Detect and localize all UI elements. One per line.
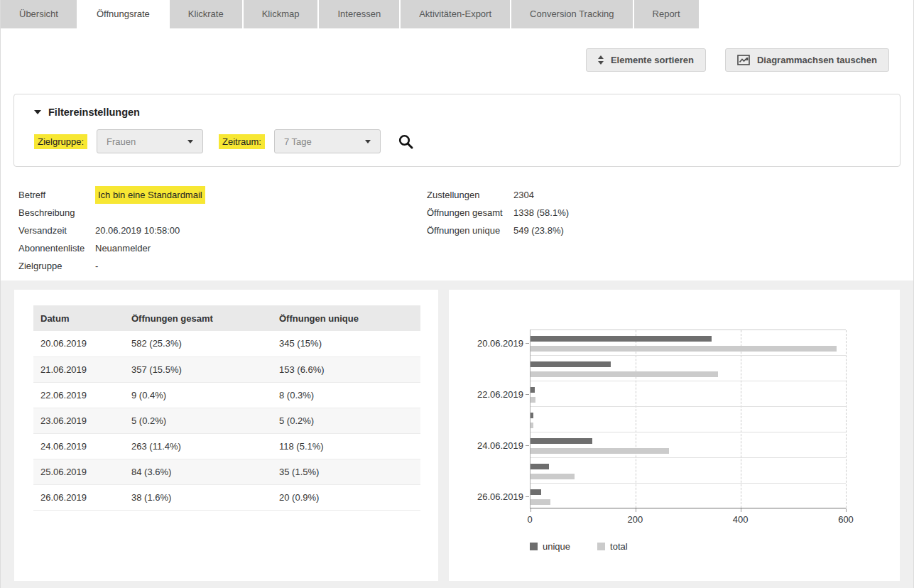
detail-label: Abonnentenliste bbox=[18, 239, 95, 257]
swap-chart-axes-label: Diagrammachsen tauschen bbox=[757, 55, 877, 65]
bar-unique bbox=[531, 387, 535, 393]
bar-unique bbox=[531, 361, 611, 367]
table-cell: 26.06.2019 bbox=[33, 484, 124, 510]
chart-category-row bbox=[531, 458, 846, 484]
bar-unique bbox=[531, 336, 712, 342]
bar-total bbox=[531, 423, 533, 428]
detail-label: Beschreibung bbox=[18, 204, 95, 222]
table-row: 24.06.2019263 (11.4%)118 (5.1%) bbox=[33, 433, 420, 459]
mailing-details-right: Zustellungen2304Öffnungen gesamt1338 (58… bbox=[427, 186, 835, 275]
chevron-down-icon bbox=[365, 140, 371, 143]
tab-klickmap[interactable]: Klickmap bbox=[244, 0, 318, 28]
table-cell: 8 (0.3%) bbox=[272, 382, 420, 408]
table-cell: 24.06.2019 bbox=[33, 433, 124, 459]
x-tick-label: 600 bbox=[838, 514, 854, 525]
open-rate-table: DatumÖffnungen gesamtÖffnungen unique 20… bbox=[33, 305, 420, 511]
table-row: 26.06.201938 (1.6%)20 (0.9%) bbox=[33, 484, 420, 510]
chart-category-row: 22.06.2019 bbox=[531, 381, 846, 407]
sort-elements-button[interactable]: Elemente sortieren bbox=[586, 48, 706, 72]
tab--bersicht[interactable]: Übersicht bbox=[1, 0, 77, 28]
zeitraum-selected-value: 7 Tage bbox=[284, 136, 312, 147]
chart-gridline bbox=[846, 330, 847, 508]
tab-aktivit-ten-export[interactable]: Aktivitäten-Export bbox=[401, 0, 510, 28]
table-row: 20.06.2019582 (25.3%)345 (15%) bbox=[33, 331, 420, 356]
results-section: DatumÖffnungen gesamtÖffnungen unique 20… bbox=[1, 281, 913, 588]
tab-klickrate[interactable]: Klickrate bbox=[170, 0, 242, 28]
search-icon[interactable] bbox=[398, 134, 414, 150]
detail-row: Zustellungen2304 bbox=[427, 186, 835, 204]
table-cell: 153 (6.6%) bbox=[272, 356, 420, 382]
table-header-row: DatumÖffnungen gesamtÖffnungen unique bbox=[33, 305, 420, 331]
table-column-header: Öffnungen unique bbox=[272, 305, 420, 331]
table-cell: 5 (0.2%) bbox=[272, 408, 420, 433]
table-cell: 35 (1.5%) bbox=[272, 459, 420, 484]
legend-swatch-total bbox=[597, 543, 605, 550]
legend-item-total: total bbox=[597, 541, 628, 552]
table-cell: 22.06.2019 bbox=[33, 382, 124, 408]
detail-row: Beschreibung bbox=[18, 204, 427, 222]
detail-label: Öffnungen unique bbox=[427, 222, 513, 239]
tab--ffnungsrate[interactable]: Öffnungsrate bbox=[78, 0, 168, 28]
filter-settings-toggle[interactable]: Filtereinstellungen bbox=[34, 107, 880, 118]
bar-unique bbox=[531, 438, 592, 444]
chart-y-tick bbox=[526, 445, 529, 446]
detail-label: Zielgruppe bbox=[18, 257, 95, 275]
detail-row: Öffnungen gesamt1338 (58.1%) bbox=[427, 204, 835, 222]
bar-unique bbox=[531, 489, 541, 495]
chart-x-axis: 0200400600 bbox=[530, 514, 846, 527]
filter-settings-panel: Filtereinstellungen Zielgruppe: Frauen Z… bbox=[13, 94, 901, 167]
table-row: 21.06.2019357 (15.5%)153 (6.6%) bbox=[33, 356, 420, 382]
detail-value: 549 (23.8%) bbox=[513, 222, 564, 239]
detail-value: - bbox=[95, 257, 98, 275]
detail-row: AbonnentenlisteNeuanmelder bbox=[18, 239, 427, 257]
swap-chart-axes-button[interactable]: Diagrammachsen tauschen bbox=[725, 48, 889, 72]
filter-settings-title: Filtereinstellungen bbox=[48, 107, 140, 118]
open-rate-chart-card: 20.06.201922.06.201924.06.201926.06.2019… bbox=[449, 290, 900, 581]
detail-label: Öffnungen gesamt bbox=[427, 204, 513, 222]
detail-label: Versandzeit bbox=[18, 222, 95, 239]
bar-total bbox=[531, 346, 837, 352]
main-panel: Elemente sortieren Diagrammachsen tausch… bbox=[1, 28, 913, 281]
table-row: 22.06.20199 (0.4%)8 (0.3%) bbox=[33, 382, 420, 408]
legend-swatch-unique bbox=[530, 543, 538, 550]
legend-label: unique bbox=[543, 541, 570, 552]
zeitraum-dropdown[interactable]: 7 Tage bbox=[274, 129, 381, 153]
tab-report[interactable]: Report bbox=[634, 0, 699, 28]
detail-value: 20.06.2019 10:58:00 bbox=[95, 222, 180, 239]
bar-total bbox=[531, 371, 718, 377]
chart-y-tick bbox=[526, 496, 529, 497]
table-cell: 20 (0.9%) bbox=[272, 484, 420, 510]
chevron-down-icon bbox=[187, 140, 193, 143]
x-tick-label: 200 bbox=[627, 514, 643, 525]
zielgruppe-dropdown[interactable]: Frauen bbox=[97, 129, 203, 153]
bar-total bbox=[531, 499, 550, 505]
tab-interessen[interactable]: Interessen bbox=[319, 0, 399, 28]
bar-total bbox=[531, 448, 669, 454]
table-cell: 21.06.2019 bbox=[33, 356, 124, 382]
chart-axis-tick bbox=[846, 508, 847, 512]
tab-conversion-tracking[interactable]: Conversion Tracking bbox=[511, 0, 633, 28]
legend-item-unique: unique bbox=[530, 541, 570, 552]
table-cell: 9 (0.4%) bbox=[124, 382, 272, 408]
chart-category-row: 20.06.2019 bbox=[531, 330, 846, 356]
table-column-header: Öffnungen gesamt bbox=[124, 305, 272, 331]
detail-row: Versandzeit20.06.2019 10:58:00 bbox=[18, 222, 427, 239]
bar-total bbox=[531, 397, 535, 403]
collapse-caret-icon bbox=[34, 110, 41, 114]
chart-category-label: 22.06.2019 bbox=[477, 389, 523, 400]
table-cell: 5 (0.2%) bbox=[124, 408, 272, 433]
chart-category-row: 26.06.2019 bbox=[531, 484, 846, 509]
chart-category-label: 26.06.2019 bbox=[477, 491, 523, 502]
table-cell: 84 (3.6%) bbox=[124, 459, 272, 484]
bar-unique bbox=[531, 464, 549, 469]
sort-elements-label: Elemente sortieren bbox=[611, 55, 694, 65]
toolbar: Elemente sortieren Diagrammachsen tausch… bbox=[1, 28, 913, 72]
detail-row: BetreffIch bin eine Standardmail bbox=[18, 186, 427, 204]
table-cell: 118 (5.1%) bbox=[272, 433, 420, 459]
legend-label: total bbox=[610, 541, 628, 552]
mailing-details-left: BetreffIch bin eine StandardmailBeschrei… bbox=[18, 186, 427, 275]
chart-icon bbox=[737, 55, 750, 65]
detail-row: Zielgruppe- bbox=[18, 257, 427, 275]
detail-value: 1338 (58.1%) bbox=[513, 204, 569, 222]
chart-y-tick bbox=[526, 394, 529, 395]
